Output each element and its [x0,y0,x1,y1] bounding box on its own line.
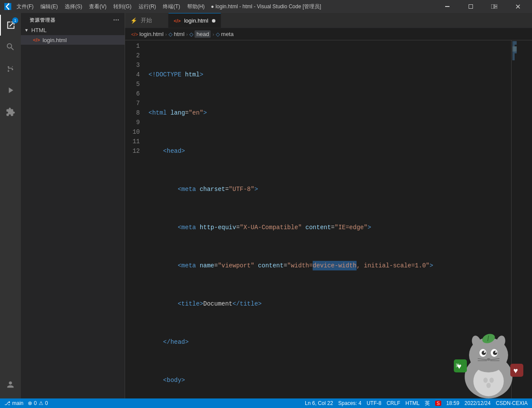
title-bar-controls[interactable]: ✕ [437,0,528,13]
token: name [200,261,215,270]
menu-edit[interactable]: 编辑(E) [40,3,58,10]
status-encoding[interactable]: UTF-8 [367,400,381,406]
status-line-col[interactable]: Ln 6, Col 22 [305,400,333,406]
sidebar-header-icons[interactable]: ··· [113,16,119,23]
activity-extensions[interactable] [0,102,21,122]
code-line-5: <meta http-equiv="X-UA-Compatible" conte… [147,223,511,232]
close-button[interactable]: ✕ [508,0,528,13]
tab-modified-indicator [212,19,215,23]
eol-label: CRLF [387,400,400,406]
breadcrumb-file[interactable]: </> login.html [131,31,164,37]
sidebar-title: 资源管理器 [30,17,55,23]
token: "viewport" [218,261,254,270]
token: > [200,70,203,79]
token: = [236,223,240,232]
svg-rect-2 [491,4,494,9]
branch-label: main [12,400,23,406]
menu-file[interactable]: 文件(F) [17,3,33,10]
token: "width= [287,261,313,270]
svg-rect-0 [445,6,449,7]
code-line-2: <html lang="en"> [147,108,511,118]
status-eol[interactable]: CRLF [387,400,400,406]
sdn-icon: S [435,401,441,406]
svg-rect-1 [469,5,473,9]
status-lang-code[interactable]: 英 [425,400,430,407]
token: , initial-scale=1.0" [357,261,430,270]
maximize-button[interactable] [461,0,481,13]
explorer-badge: 1 [12,17,18,23]
token: = [284,261,287,270]
title-bar-title: ● login.html - html - Visual Studio Code… [211,3,321,10]
menu-view[interactable]: 查看(V) [89,3,106,10]
status-errors[interactable]: ⊗ 0 ⚠ 0 [28,400,48,406]
title-bar-menu[interactable]: 文件(F) 编辑(E) 选择(S) 查看(V) 转到(G) 运行(R) 终端(T… [17,3,205,10]
breadcrumb-head[interactable]: ◇ head [189,30,211,38]
start-tab-icon: ⚡ [130,17,137,24]
sidebar-more-icon[interactable]: ··· [113,16,119,23]
activity-account[interactable] [0,374,21,395]
token: <meta [178,223,196,232]
menu-help[interactable]: 帮助(H) [187,3,205,10]
status-sdnicon[interactable]: S [435,401,441,406]
warning-count: 0 [45,400,48,406]
activity-bottom [0,374,21,395]
breadcrumb-head-label: head [195,30,211,38]
status-branch[interactable]: ⎇ main [4,400,23,406]
status-lang[interactable]: HTML [406,400,420,406]
title-bar-left: 文件(F) 编辑(E) 选择(S) 查看(V) 转到(G) 运行(R) 终端(T… [4,3,205,10]
minimap-content: ████ ████ ██ ████ ████ ████ ████ ██ ██ █… [512,40,532,61]
minimap: ████ ████ ██ ████ ████ ████ ████ ██ ██ █… [511,40,532,398]
token: <!DOCTYPE [149,70,182,79]
token: </head> [163,337,189,347]
date-label: 2022/12/24 [465,400,491,406]
activity-run[interactable] [0,80,21,101]
breadcrumb-html-label: html [174,31,185,37]
error-icon: ⊗ [28,400,32,406]
breadcrumb-meta[interactable]: ◇ meta [216,31,234,37]
activity-source-control[interactable] [0,58,21,79]
status-date[interactable]: 2022/12/24 [465,400,491,406]
token: = [185,108,188,118]
breadcrumb-html[interactable]: ◇ html [169,31,185,37]
code-content[interactable]: <!DOCTYPE html> <html lang="en"> <head> … [147,40,511,398]
error-count: 0 [34,400,37,406]
bc-tag-icon-3: ◇ [216,31,220,37]
token: <meta [178,184,196,194]
tab-start[interactable]: ⚡ 开始 [125,13,169,28]
sidebar-section-html[interactable]: ▼ HTML [21,25,125,35]
token: content [258,261,284,270]
section-arrow-icon: ▼ [24,28,29,33]
activity-search[interactable] [0,36,21,57]
tab-login-html[interactable]: </> login.html [169,13,221,28]
activity-explorer[interactable]: 1 [0,15,21,36]
warning-icon: ⚠ [39,400,43,406]
code-editor[interactable]: 1 2 3 4 5 6 7 8 9 10 11 12 <!DOCTYPE htm… [125,40,532,398]
svg-rect-4 [495,7,497,9]
status-time[interactable]: 18:59 [446,400,459,406]
token: "X-UA-Compatible" [240,223,302,232]
status-spaces[interactable]: Spaces: 4 [338,400,361,406]
breadcrumb-meta-label: meta [221,31,234,37]
status-csdn[interactable]: CSDN·CEXIA [496,400,528,406]
tab-start-label: 开始 [141,16,152,24]
menu-run[interactable]: 运行(R) [139,3,156,10]
layout-icon[interactable] [484,0,504,13]
code-line-7: <title>Document</title> [147,299,511,309]
token: html [185,70,200,79]
menu-goto[interactable]: 转到(G) [113,3,131,10]
menu-terminal[interactable]: 终端(T) [163,3,180,10]
status-left: ⎇ main ⊗ 0 ⚠ 0 [4,400,48,406]
status-bar: ⎇ main ⊗ 0 ⚠ 0 Ln 6, Col 22 Spaces: 4 UT… [0,398,532,408]
token: > [430,261,433,270]
code-line-1: <!DOCTYPE html> [147,70,511,79]
breadcrumb: </> login.html › ◇ html › ◇ head › ◇ met… [125,28,532,40]
editor-area: ⚡ 开始 </> login.html </> login.html › ◇ h… [125,13,532,398]
sidebar: 资源管理器 ··· ▼ HTML </> login.html [21,13,125,398]
menu-select[interactable]: 选择(S) [65,3,82,10]
vscode-logo [4,3,11,10]
file-item-login[interactable]: </> login.html [21,35,125,45]
code-line-6: <meta name="viewport" content="width=dev… [147,261,511,270]
minimize-button[interactable] [437,0,457,13]
branch-icon: ⎇ [4,400,10,406]
svg-rect-3 [495,4,497,6]
